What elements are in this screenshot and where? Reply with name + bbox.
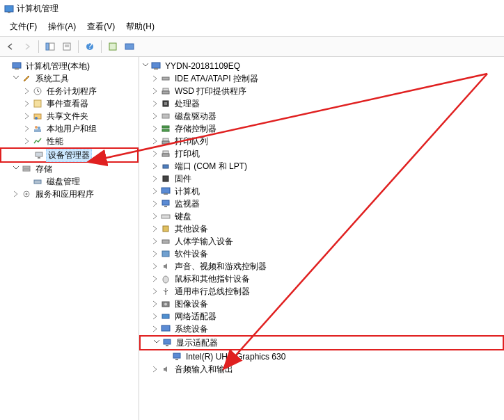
device-display-child[interactable]: Intel(R) UHD Graphics 630 (139, 350, 504, 363)
device-other[interactable]: 其他设备 (139, 223, 504, 235)
expander-icon[interactable] (150, 261, 160, 271)
expander-icon[interactable] (22, 124, 32, 134)
expander-icon[interactable] (150, 324, 160, 334)
right-pane: YYDN-20181109EQ IDE ATA/ATAPI 控制器 WSD 打印… (139, 57, 504, 420)
expander-icon[interactable] (11, 164, 21, 174)
folder-share-icon (32, 111, 43, 122)
forward-button[interactable] (19, 39, 35, 54)
menu-action[interactable]: 操作(A) (42, 19, 81, 35)
menu-view[interactable]: 查看(V) (81, 19, 120, 35)
device-storage-ctrl[interactable]: 存储控制器 (139, 122, 504, 135)
tree-label: 固件 (173, 172, 194, 186)
tree-storage[interactable]: 存储 (0, 163, 139, 175)
tree-disk-mgmt[interactable]: 磁盘管理 (0, 175, 139, 188)
device-print-queue[interactable]: 打印队列 (139, 135, 504, 147)
help-button[interactable]: ? (82, 39, 97, 54)
tree-label: WSD 打印提供程序 (173, 85, 249, 98)
expander-icon[interactable] (22, 111, 32, 121)
device-sound[interactable]: 声音、视频和游戏控制器 (139, 260, 504, 273)
tree-task-scheduler[interactable]: 任务计划程序 (0, 85, 139, 97)
expander-icon[interactable] (150, 86, 160, 96)
expander-icon[interactable] (150, 224, 160, 234)
device-usb[interactable]: 通用串行总线控制器 (139, 285, 504, 298)
tree-label: IDE ATA/ATAPI 控制器 (173, 72, 260, 86)
device-software[interactable]: 软件设备 (139, 248, 504, 260)
device-wsd[interactable]: WSD 打印提供程序 (139, 85, 504, 97)
refresh-button[interactable] (105, 39, 120, 54)
expander-icon[interactable] (150, 364, 160, 374)
device-network[interactable]: 网络适配器 (139, 310, 504, 323)
expander-icon[interactable] (150, 149, 160, 159)
device-hid[interactable]: 人体学输入设备 (139, 235, 504, 248)
device-ports[interactable]: 端口 (COM 和 LPT) (139, 160, 504, 172)
svg-rect-23 (23, 169, 30, 171)
tree-system-tools[interactable]: 系统工具 (0, 72, 139, 85)
tree-root[interactable]: 计算机管理(本地) (0, 60, 139, 72)
expander-icon[interactable] (150, 199, 160, 209)
device-monitors[interactable]: 监视器 (139, 197, 504, 210)
expander-icon[interactable] (150, 286, 160, 296)
tree-shared-folders[interactable]: 共享文件夹 (0, 110, 139, 122)
expander-icon[interactable] (150, 74, 160, 83)
device-root[interactable]: YYDN-20181109EQ (139, 60, 504, 72)
expander-icon[interactable] (150, 299, 160, 309)
svg-rect-34 (162, 114, 169, 118)
expander-icon[interactable] (11, 189, 21, 199)
storage-icon (21, 163, 32, 175)
expander-icon[interactable] (150, 249, 160, 259)
printer-icon (160, 86, 171, 97)
device-printer[interactable]: 打印机 (139, 147, 504, 160)
expander-icon[interactable] (22, 86, 32, 96)
svg-rect-3 (49, 43, 54, 50)
disk-drive-icon (160, 111, 171, 122)
device-mouse[interactable]: 鼠标和其他指针设备 (139, 273, 504, 285)
expander-icon[interactable] (150, 211, 160, 221)
menu-file[interactable]: 文件(F) (4, 19, 42, 35)
expander-icon[interactable] (150, 174, 160, 184)
tree-label: 显示适配器 (174, 337, 220, 350)
device-system-dev[interactable]: 系统设备 (139, 323, 504, 335)
tree-performance[interactable]: 性能 (0, 135, 139, 147)
expander-icon[interactable] (150, 312, 160, 321)
expander-icon[interactable] (150, 186, 160, 196)
expander-icon[interactable] (150, 161, 160, 171)
tree-local-users[interactable]: 本地用户和组 (0, 122, 139, 135)
device-display[interactable]: 显示适配器 (139, 335, 504, 350)
back-button[interactable] (3, 39, 18, 54)
event-icon (32, 98, 43, 109)
device-audio-io[interactable]: 音频输入和输出 (139, 363, 504, 375)
tree-services[interactable]: 服务和应用程序 (0, 188, 139, 200)
device-firmware[interactable]: 固件 (139, 172, 504, 185)
device-ide[interactable]: IDE ATA/ATAPI 控制器 (139, 72, 504, 85)
expander-icon[interactable] (150, 124, 160, 134)
expander-icon[interactable] (150, 236, 160, 246)
expander-icon[interactable] (150, 111, 160, 121)
device-computers[interactable]: 计算机 (139, 185, 504, 197)
expander-icon[interactable] (150, 274, 160, 284)
expander-icon[interactable] (141, 61, 150, 71)
expander-icon[interactable] (150, 99, 160, 108)
expander-icon[interactable] (11, 74, 21, 83)
menu-help[interactable]: 帮助(H) (120, 19, 160, 35)
tree-event-viewer[interactable]: 事件查看器 (0, 97, 139, 110)
device-disk-drives[interactable]: 磁盘驱动器 (139, 110, 504, 122)
svg-rect-21 (38, 157, 40, 159)
expander-icon[interactable] (150, 136, 160, 146)
svg-rect-33 (164, 102, 167, 105)
display-icon (162, 337, 173, 348)
expander-icon[interactable] (22, 136, 32, 146)
device-keyboard[interactable]: 键盘 (139, 210, 504, 223)
expander-icon[interactable] (152, 338, 162, 348)
tree-label: 声音、视频和游戏控制器 (173, 260, 269, 273)
svg-rect-36 (162, 129, 169, 131)
network-icon (160, 311, 171, 322)
show-hide-tree-button[interactable] (42, 39, 58, 54)
properties-button[interactable] (59, 39, 74, 54)
expander-icon[interactable] (22, 99, 32, 108)
device-imaging[interactable]: 图像设备 (139, 298, 504, 310)
tree-device-manager[interactable]: 设备管理器 (0, 147, 139, 163)
device-cpu[interactable]: 处理器 (139, 97, 504, 110)
system-icon (160, 323, 171, 334)
scan-button[interactable] (122, 39, 137, 54)
speaker-icon (160, 364, 171, 375)
